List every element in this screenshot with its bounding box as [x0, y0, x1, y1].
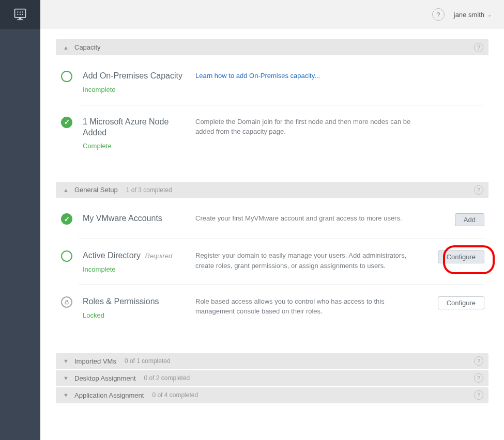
user-menu[interactable]: jane smith ⌄ [454, 11, 492, 19]
chevron-up-icon: ▲ [63, 187, 69, 193]
learn-onprem-link[interactable]: Learn how to add On-Premises capacity... [195, 72, 320, 80]
section-help-icon[interactable]: ? [474, 356, 483, 366]
status-locked-icon [61, 296, 72, 308]
configure-button[interactable]: Configure [438, 250, 484, 263]
chevron-down-icon: ⌄ [487, 12, 492, 18]
status-text: Incomplete [83, 265, 186, 273]
section-title: Application Assignment [74, 391, 144, 399]
chevron-down-icon: ▼ [63, 392, 69, 398]
section-subcount: 1 of 3 completed [126, 186, 172, 194]
topbar: ? jane smith ⌄ [40, 0, 504, 29]
svg-point-4 [20, 11, 21, 12]
svg-rect-0 [15, 9, 26, 18]
item-desc: Create your first MyVMware account and g… [195, 213, 418, 224]
section-header-app-assignment[interactable]: ▼ Application Assignment 0 of 4 complete… [56, 387, 488, 403]
svg-rect-9 [65, 302, 68, 304]
svg-point-7 [20, 14, 21, 15]
chevron-up-icon: ▲ [63, 44, 69, 51]
app-logo-icon[interactable] [0, 0, 40, 29]
status-text: Incomplete [83, 86, 186, 93]
item-title: Add On-Premises Capacity [83, 71, 186, 82]
item-desc: Register your domain to easily manage yo… [195, 250, 418, 271]
status-text: Complete [83, 142, 186, 150]
section-subcount: 0 of 2 completed [144, 374, 190, 382]
item-desc: Role based access allows you to control … [195, 296, 418, 317]
configure-button[interactable]: Configure [438, 296, 484, 309]
general-item-roles: Roles & Permissions Locked Role based ac… [56, 285, 488, 331]
add-button[interactable]: Add [455, 213, 484, 226]
status-incomplete-icon [61, 71, 72, 82]
svg-rect-2 [17, 19, 23, 20]
general-item-vmware: ✓ My VMware Accounts Create your first M… [56, 202, 488, 239]
user-name: jane smith [454, 11, 484, 19]
sidebar [0, 0, 40, 440]
item-title: My VMware Accounts [83, 213, 186, 224]
help-icon[interactable]: ? [432, 8, 445, 21]
section-title: General Setup [74, 186, 118, 194]
chevron-down-icon: ▼ [63, 358, 69, 364]
section-header-imported-vms[interactable]: ▼ Imported VMs 0 of 1 completed ? [56, 353, 488, 369]
section-subcount: 0 of 4 completed [152, 391, 198, 399]
section-title: Imported VMs [74, 357, 116, 365]
section-help-icon[interactable]: ? [474, 185, 483, 195]
section-title: Desktop Assignment [74, 374, 136, 382]
status-complete-icon: ✓ [61, 213, 72, 225]
required-label: Required [145, 252, 172, 260]
section-header-capacity[interactable]: ▲ Capacity ? [56, 39, 488, 55]
general-item-ad: Active Directory Required Incomplete Reg… [56, 239, 488, 285]
capacity-item-azure: ✓ 1 Microsoft Azure Node Added Complete … [56, 105, 488, 162]
capacity-item-onprem: Add On-Premises Capacity Incomplete Lear… [56, 59, 488, 105]
svg-point-6 [17, 14, 18, 15]
section-header-general[interactable]: ▲ General Setup 1 of 3 completed ? [56, 182, 488, 198]
svg-point-8 [22, 14, 23, 15]
item-title: Active Directory Required [83, 250, 186, 261]
section-header-desktop-assignment[interactable]: ▼ Desktop Assignment 0 of 2 completed ? [56, 370, 488, 386]
svg-point-3 [17, 11, 18, 12]
svg-point-5 [22, 11, 23, 12]
svg-rect-1 [19, 18, 22, 20]
section-subcount: 0 of 1 completed [125, 357, 171, 365]
section-help-icon[interactable]: ? [474, 390, 483, 400]
item-title: Roles & Permissions [83, 296, 186, 307]
status-text: Locked [83, 311, 186, 319]
status-complete-icon: ✓ [61, 117, 72, 128]
item-title: 1 Microsoft Azure Node Added [83, 117, 186, 138]
status-incomplete-icon [61, 250, 72, 262]
item-desc: Complete the Domain join for the first n… [195, 117, 418, 137]
section-help-icon[interactable]: ? [474, 373, 483, 383]
chevron-down-icon: ▼ [63, 375, 69, 381]
section-help-icon[interactable]: ? [474, 43, 483, 52]
section-title: Capacity [74, 43, 101, 51]
